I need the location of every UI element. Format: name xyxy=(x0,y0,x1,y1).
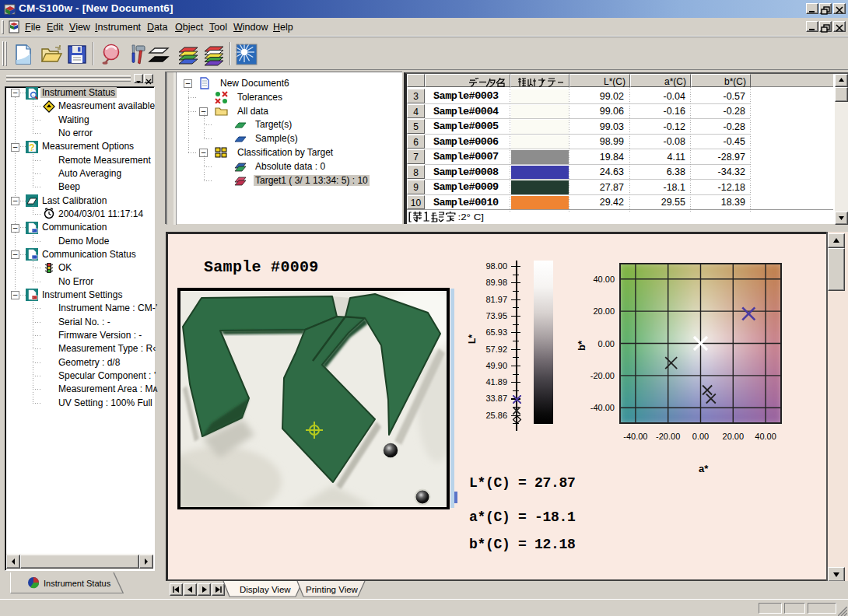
svg-text:Display View: Display View xyxy=(240,585,291,594)
svg-text:?: ? xyxy=(29,142,34,153)
svg-text::2° C]: :2° C] xyxy=(457,212,484,222)
svg-text:Printing View: Printing View xyxy=(306,585,359,594)
